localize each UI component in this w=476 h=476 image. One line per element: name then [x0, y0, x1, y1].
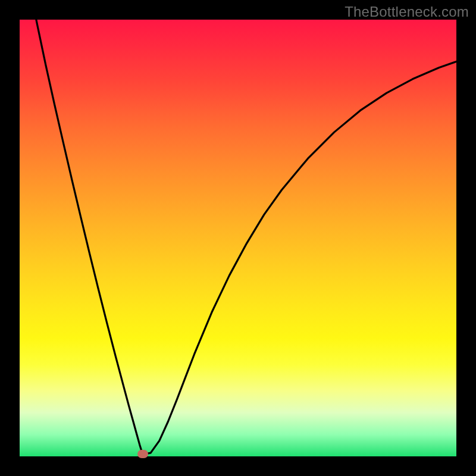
- watermark-text: TheBottleneck.com: [345, 4, 469, 20]
- bottleneck-curve: [20, 20, 456, 456]
- chart-frame: TheBottleneck.com: [0, 0, 476, 476]
- optimal-point-marker: [137, 450, 148, 458]
